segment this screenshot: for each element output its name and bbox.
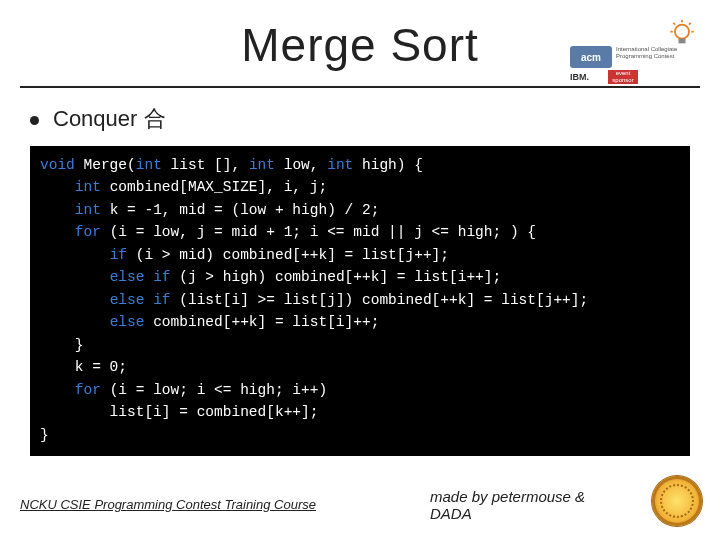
code-block: void Merge(int list [], int low, int hig… [30,146,690,456]
svg-rect-6 [679,39,686,44]
code-text: combined[++k] = list[i]++; [153,314,379,330]
bullet-label: Conquer 合 [53,106,166,131]
code-text: low, [284,157,328,173]
code-text: (i > mid) combined[++k] = list[j++]; [136,247,449,263]
acm-logo: acm [570,46,612,68]
code-keyword: for [75,224,110,240]
code-text [40,179,75,195]
code-keyword: int [249,157,284,173]
code-keyword: int [75,179,110,195]
code-text [40,382,75,398]
code-text: k = 0; [40,359,127,375]
code-text: (i = low, j = mid + 1; i <= mid || j <= … [110,224,536,240]
code-text [40,224,75,240]
code-keyword: int [136,157,171,173]
corner-logos: acm International Collegiate Programming… [570,20,700,90]
code-text: list [], [171,157,249,173]
code-text [40,247,110,263]
code-keyword: void [40,157,84,173]
code-keyword: if [110,247,136,263]
code-text: } [40,337,84,353]
code-text: (j > high) combined[++k] = list[i++]; [179,269,501,285]
code-text: list[i] = combined[k++]; [40,404,318,420]
lightbulb-icon [668,20,696,48]
svg-line-5 [689,23,691,25]
code-text [40,314,110,330]
code-text: (list[i] >= list[j]) combined[++k] = lis… [179,292,588,308]
svg-point-0 [675,25,689,39]
code-text: combined[MAX_SIZE], i, j; [110,179,328,195]
code-keyword: else [110,314,154,330]
bullet-item: Conquer 合 [30,104,720,134]
svg-line-4 [673,23,675,25]
footer-credit: made by petermouse & DADA [430,488,630,522]
code-text [40,269,110,285]
sponsor-badge: event sponsor [608,70,638,84]
code-text: Merge( [84,157,136,173]
code-keyword: for [75,382,110,398]
code-keyword: int [75,202,110,218]
code-text: high) { [362,157,423,173]
code-keyword: else if [110,269,180,285]
code-text [40,202,75,218]
code-text [40,292,110,308]
code-text: } [40,427,49,443]
bullet-dot-icon [30,116,39,125]
footer-course: NCKU CSIE Programming Contest Training C… [20,497,316,512]
university-seal-icon [652,476,702,526]
icpc-text: International Collegiate Programming Con… [616,46,696,68]
code-keyword: int [327,157,362,173]
ibm-logo: IBM. [570,72,589,82]
code-text: (i = low; i <= high; i++) [110,382,328,398]
code-text: k = -1, mid = (low + high) / 2; [110,202,380,218]
code-keyword: else if [110,292,180,308]
